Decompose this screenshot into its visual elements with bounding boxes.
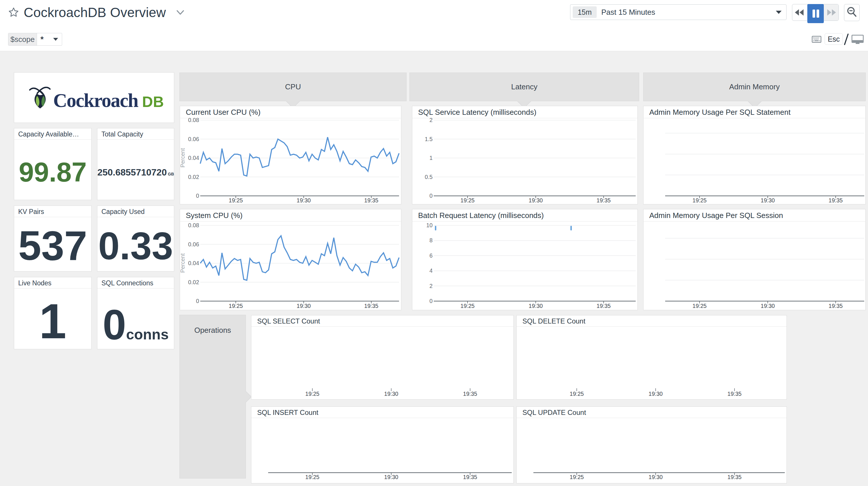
- svg-text:19:25: 19:25: [229, 197, 243, 203]
- svg-text:0.04: 0.04: [188, 260, 199, 266]
- svg-text:4: 4: [429, 267, 433, 274]
- svg-text:8: 8: [429, 237, 433, 244]
- svg-text:19:30: 19:30: [384, 474, 399, 480]
- svg-text:2: 2: [429, 283, 433, 289]
- svg-text:0.06: 0.06: [188, 241, 199, 248]
- svg-text:19:25: 19:25: [692, 303, 707, 309]
- svg-text:19:35: 19:35: [364, 197, 378, 203]
- svg-text:19:35: 19:35: [727, 474, 742, 480]
- svg-text:19:25: 19:25: [305, 474, 319, 480]
- svg-text:Percent: Percent: [180, 253, 186, 273]
- svg-text:0: 0: [429, 193, 433, 199]
- svg-text:0.06: 0.06: [188, 136, 199, 142]
- svg-text:0.08: 0.08: [188, 117, 199, 123]
- svg-text:19:30: 19:30: [384, 391, 399, 397]
- svg-text:0: 0: [196, 193, 199, 199]
- svg-text:1.5: 1.5: [425, 136, 433, 142]
- svg-text:19:35: 19:35: [463, 474, 477, 480]
- svg-text:0.04: 0.04: [188, 155, 199, 161]
- svg-text:19:35: 19:35: [463, 391, 477, 397]
- svg-text:19:30: 19:30: [529, 197, 543, 203]
- svg-text:19:25: 19:25: [692, 197, 707, 203]
- svg-text:0.5: 0.5: [425, 174, 433, 180]
- svg-text:19:25: 19:25: [461, 197, 475, 203]
- svg-text:0: 0: [429, 298, 433, 304]
- svg-text:19:25: 19:25: [570, 391, 584, 397]
- svg-text:19:35: 19:35: [829, 303, 843, 309]
- svg-text:19:25: 19:25: [229, 303, 243, 309]
- svg-text:0.08: 0.08: [188, 222, 199, 228]
- svg-text:19:25: 19:25: [305, 391, 319, 397]
- svg-text:0.02: 0.02: [188, 279, 199, 285]
- svg-text:19:35: 19:35: [727, 391, 742, 397]
- svg-text:19:35: 19:35: [364, 303, 378, 309]
- svg-text:19:30: 19:30: [297, 303, 311, 309]
- svg-text:0: 0: [196, 298, 199, 304]
- svg-text:Percent: Percent: [180, 148, 186, 168]
- svg-text:0.02: 0.02: [188, 174, 199, 180]
- svg-text:19:35: 19:35: [597, 197, 611, 203]
- svg-text:19:30: 19:30: [649, 474, 663, 480]
- svg-text:19:35: 19:35: [597, 303, 611, 309]
- svg-text:19:30: 19:30: [761, 303, 775, 309]
- svg-text:19:30: 19:30: [649, 391, 663, 397]
- svg-text:19:30: 19:30: [297, 197, 311, 203]
- svg-text:2: 2: [429, 117, 433, 123]
- svg-text:1: 1: [429, 155, 433, 161]
- svg-text:19:25: 19:25: [461, 303, 475, 309]
- svg-text:19:35: 19:35: [829, 197, 843, 203]
- svg-text:19:30: 19:30: [529, 303, 543, 309]
- svg-text:19:30: 19:30: [761, 197, 775, 203]
- svg-text:6: 6: [429, 252, 433, 259]
- svg-text:10: 10: [426, 222, 433, 228]
- svg-text:19:25: 19:25: [570, 474, 584, 480]
